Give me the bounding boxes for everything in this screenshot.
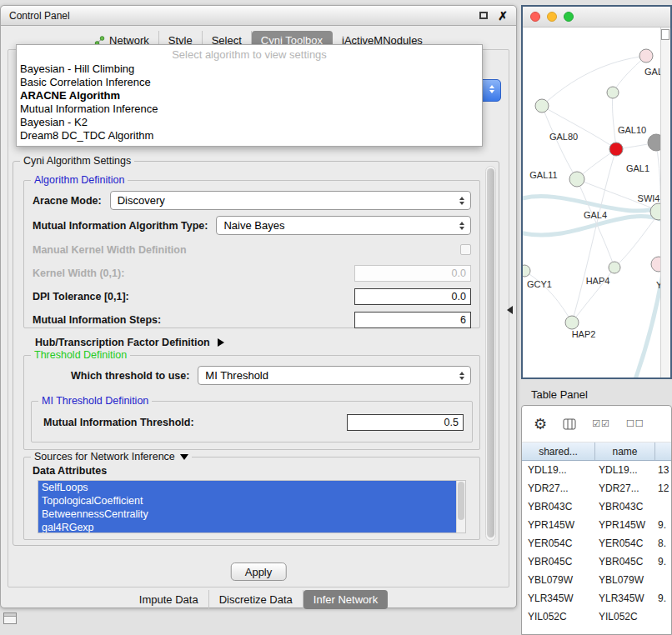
column-header-partial[interactable] bbox=[655, 442, 671, 460]
float-window-icon[interactable] bbox=[479, 12, 488, 19]
table-row[interactable]: YBL079WYBL079W bbox=[522, 571, 671, 589]
mi-threshold-field[interactable]: 0.5 bbox=[347, 414, 464, 431]
threshold-definition-title: Threshold Definition bbox=[31, 349, 130, 361]
mi-algorithm-type-label: Mutual Information Algorithm Type: bbox=[33, 220, 208, 232]
algorithm-option[interactable]: Bayesian - K2 bbox=[17, 116, 482, 129]
network-node[interactable] bbox=[639, 49, 653, 62]
list-item[interactable]: gal4RGexp bbox=[38, 521, 456, 533]
list-item[interactable]: BetweennessCentrality bbox=[38, 508, 456, 521]
mi-threshold-definition-title: MI Threshold Definition bbox=[38, 395, 152, 407]
table-row[interactable]: YIL052CYIL052C bbox=[522, 608, 671, 626]
table-row[interactable]: YLR345WYLR345W9. bbox=[522, 589, 671, 608]
algorithm-option[interactable]: Mutual Information Inference bbox=[17, 102, 482, 116]
algorithm-option[interactable]: Dream8 DC_TDC Algorithm bbox=[17, 129, 482, 142]
scrollbar-top-button[interactable] bbox=[661, 29, 669, 40]
network-node[interactable] bbox=[609, 262, 620, 273]
tab-discretize-data[interactable]: Discretize Data bbox=[209, 590, 303, 609]
table-panel-title: Table Panel bbox=[531, 388, 588, 401]
mi-steps-label: Mutual Information Steps: bbox=[33, 314, 161, 326]
table-toolbar: ⚙ ☑☑ ☐☐ bbox=[522, 406, 671, 442]
network-view-window: GAL7 GAL80 GAL10 GAL11 GAL1 SWI4 GAL4 GC… bbox=[521, 5, 672, 379]
node-label: GAL80 bbox=[549, 132, 578, 142]
collapse-down-icon bbox=[180, 454, 188, 460]
sources-expander[interactable]: Sources for Network Inference bbox=[31, 451, 192, 462]
table-row[interactable]: YBR045CYBR045C9. bbox=[522, 552, 671, 571]
minimized-panel-icon[interactable] bbox=[3, 612, 17, 624]
network-node[interactable] bbox=[648, 134, 660, 151]
tab-infer-network[interactable]: Infer Network bbox=[303, 590, 388, 609]
combo-arrows-icon bbox=[459, 372, 464, 380]
table-row[interactable]: YER054CYER054C8. bbox=[522, 534, 671, 552]
network-node[interactable] bbox=[523, 265, 530, 277]
dpi-tolerance-label: DPI Tolerance [0,1]: bbox=[33, 291, 129, 302]
network-window-titlebar[interactable] bbox=[523, 7, 670, 28]
table-columns-icon[interactable] bbox=[563, 418, 576, 430]
network-node[interactable] bbox=[607, 87, 619, 98]
mi-threshold-label: Mutual Information Threshold: bbox=[43, 417, 194, 428]
node-label: SWI4 bbox=[638, 193, 660, 203]
table-row[interactable]: YDL19...YDL19...13 bbox=[522, 461, 671, 479]
select-unchecked-icon[interactable]: ☐☐ bbox=[626, 418, 644, 429]
node-label: GCY1 bbox=[527, 279, 552, 289]
which-threshold-label: Which threshold to use: bbox=[71, 370, 189, 382]
node-label: GAL11 bbox=[529, 170, 557, 180]
close-traffic-light[interactable] bbox=[530, 12, 540, 22]
apply-button[interactable]: Apply bbox=[231, 562, 287, 581]
combo-arrows-icon bbox=[489, 85, 494, 93]
network-canvas[interactable]: GAL7 GAL80 GAL10 GAL11 GAL1 SWI4 GAL4 GC… bbox=[523, 28, 660, 379]
network-node[interactable] bbox=[569, 172, 584, 187]
table-row[interactable]: YDR27...YDR27...12 bbox=[522, 479, 671, 498]
control-panel-titlebar[interactable]: Control Panel ✗ bbox=[1, 6, 516, 26]
algorithm-definition-title: Algorithm Definition bbox=[31, 174, 128, 186]
mi-algorithm-type-combobox[interactable]: Naive Bayes bbox=[216, 216, 471, 235]
column-header-name[interactable]: name bbox=[595, 442, 655, 460]
table-row[interactable]: YBR043CYBR043C bbox=[522, 498, 671, 516]
settings-frame-title: Cyni Algorithm Settings bbox=[20, 155, 134, 167]
hub-definition-expander[interactable]: Hub/Transcription Factor Definition bbox=[35, 337, 224, 348]
dpi-tolerance-field[interactable]: 0.0 bbox=[354, 288, 471, 305]
combo-arrows-icon bbox=[459, 197, 464, 205]
table-row[interactable]: YPR145WYPR145W9. bbox=[522, 516, 671, 534]
hub-definition-label: Hub/Transcription Factor Definition bbox=[35, 337, 210, 348]
list-scrollbar[interactable] bbox=[456, 481, 465, 532]
gear-icon[interactable]: ⚙ bbox=[534, 417, 547, 432]
algorithm-dropdown-popup: Select algorithm to view settings Bayesi… bbox=[16, 44, 483, 147]
manual-kernel-width-label: Manual Kernel Width Definition bbox=[33, 244, 187, 256]
node-label: HAP2 bbox=[572, 329, 596, 339]
tab-impute-data[interactable]: Impute Data bbox=[129, 590, 209, 609]
close-icon[interactable]: ✗ bbox=[498, 10, 508, 22]
algorithm-option-selected[interactable]: ARACNE Algorithm bbox=[17, 89, 482, 102]
network-node[interactable] bbox=[565, 316, 579, 329]
list-item[interactable]: TopologicalCoefficient bbox=[38, 494, 456, 508]
data-attributes-label: Data Attributes bbox=[33, 465, 107, 477]
settings-scrollbar[interactable] bbox=[485, 166, 496, 541]
node-label: GAL4 bbox=[584, 210, 607, 220]
algorithm-placeholder-option[interactable]: Select algorithm to view settings bbox=[17, 48, 482, 62]
network-node[interactable] bbox=[535, 99, 549, 112]
column-header-shared-name[interactable]: shared... bbox=[522, 442, 595, 460]
algorithm-option[interactable]: Basic Correlation Inference bbox=[17, 76, 482, 89]
aracne-mode-combobox[interactable]: Discovery bbox=[110, 191, 471, 210]
network-node[interactable] bbox=[651, 257, 660, 272]
cyni-algorithm-settings-frame: Cyni Algorithm Settings Algorithm Defini… bbox=[13, 161, 499, 546]
network-vertical-scrollbar[interactable] bbox=[660, 28, 670, 378]
threshold-definition-group: Threshold Definition Which threshold to … bbox=[23, 355, 480, 450]
aracne-mode-label: Aracne Mode: bbox=[33, 195, 102, 207]
algorithm-option[interactable]: Bayesian - Hill Climbing bbox=[17, 62, 482, 76]
select-checked-icon[interactable]: ☑☑ bbox=[592, 418, 610, 429]
list-item[interactable]: SelfLoops bbox=[38, 481, 456, 494]
minimize-traffic-light[interactable] bbox=[547, 12, 557, 22]
node-label: GAL10 bbox=[618, 125, 646, 135]
expand-right-icon bbox=[218, 338, 224, 347]
manual-kernel-width-checkbox[interactable] bbox=[460, 244, 471, 255]
zoom-traffic-light[interactable] bbox=[564, 12, 574, 22]
kernel-width-field[interactable]: 0.0 bbox=[354, 265, 471, 282]
which-threshold-combobox[interactable]: MI Threshold bbox=[198, 366, 471, 385]
mi-steps-field[interactable]: 6 bbox=[354, 312, 471, 328]
table-body: YDL19...YDL19...13 YDR27...YDR27...12 YB… bbox=[522, 461, 671, 626]
algorithm-definition-group: Algorithm Definition Aracne Mode: Discov… bbox=[23, 180, 480, 328]
network-node-selected[interactable] bbox=[609, 142, 623, 156]
splitter-collapse-icon[interactable] bbox=[507, 306, 513, 314]
node-label: HAP4 bbox=[586, 276, 610, 286]
window-title: Control Panel bbox=[9, 10, 70, 22]
